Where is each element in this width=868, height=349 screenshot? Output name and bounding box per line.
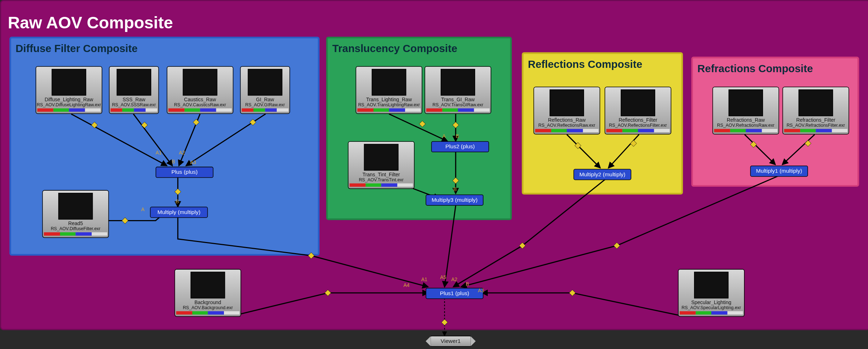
node-file: RS_AOV.TransGIRaw.exr <box>425 102 491 107</box>
node-label: GI_Raw <box>240 97 289 102</box>
channel-strip <box>680 311 743 315</box>
channel-strip <box>37 108 101 112</box>
node-file: RS_AOV.DiffuseLightingRaw.exr <box>36 102 101 107</box>
node-plus2[interactable]: Plus2 (plus) <box>431 141 489 152</box>
node-caustics-raw[interactable]: Caustics_Raw RS_AOV.CausticsRaw.exr <box>167 66 234 114</box>
group-translucency-title: Translucency Composite <box>332 43 458 55</box>
node-label: Read5 <box>43 220 108 226</box>
channel-strip <box>44 232 107 236</box>
node-thumb <box>372 69 406 96</box>
node-label: Refractions_Raw <box>713 117 779 123</box>
group-translucency[interactable]: Translucency Composite <box>326 37 512 220</box>
node-label: SSS_Raw <box>110 97 159 102</box>
node-sss-raw[interactable]: SSS_Raw RS_AOV.SSSRaw.exr <box>109 66 159 114</box>
node-refractions-raw[interactable]: Refractions_Raw RS_AOV.RefractionsRaw.ex… <box>712 87 779 134</box>
node-thumb <box>364 144 399 171</box>
node-thumb <box>550 89 584 116</box>
group-refractions-title: Refractions Composite <box>697 63 813 75</box>
node-file: RS_AOV.DiffuseFilter.exr <box>43 226 108 231</box>
node-label: Diffuse_Lighting_Raw <box>36 97 101 102</box>
node-label: Refractions_Filter <box>783 117 848 123</box>
node-label: Specular_Lighting <box>679 299 744 305</box>
node-multiply1[interactable]: Multiply1 (multiply) <box>750 166 808 177</box>
node-file: RS_AOV.ReflectionsRaw.exr <box>534 123 600 128</box>
channel-strip <box>714 129 777 132</box>
channel-strip <box>349 183 413 187</box>
node-label: Background <box>175 299 240 305</box>
channel-strip <box>168 108 231 112</box>
channel-strip <box>784 129 848 132</box>
node-diffuse-lighting-raw[interactable]: Diffuse_Lighting_Raw RS_AOV.DiffuseLight… <box>36 66 102 114</box>
group-diffuse-title: Diffuse Filter Composite <box>15 43 137 55</box>
node-file: RS_AOV.TransTint.exr <box>348 177 414 182</box>
node-thumb <box>729 89 763 116</box>
node-file: RS_AOV.SpecularLighting.exr <box>679 305 744 310</box>
node-label: Trans_Tint_Filter <box>348 172 414 177</box>
node-file: RS_AOV.Background.exr <box>175 305 240 310</box>
channel-strip <box>606 129 670 132</box>
channel-strip <box>242 108 289 112</box>
node-trans-lighting-raw[interactable]: Trans_Lighting_Raw RS_AOV.TransLightingR… <box>356 66 423 114</box>
node-multiply2[interactable]: Multiply2 (multiply) <box>574 169 632 180</box>
node-multiply3[interactable]: Multiply3 (multiply) <box>426 195 483 206</box>
node-reflections-raw[interactable]: Reflections_Raw RS_AOV.ReflectionsRaw.ex… <box>533 87 600 134</box>
node-label: Caustics_Raw <box>167 97 233 102</box>
node-file: RS_AOV.RefractionsFilter.exr <box>783 123 848 128</box>
node-label: Reflections_Filter <box>605 117 671 123</box>
node-thumb <box>58 193 93 219</box>
node-thumb <box>248 69 283 96</box>
node-thumb <box>799 89 833 116</box>
node-plus1[interactable]: Plus1 (plus) <box>426 288 483 299</box>
node-file: RS_AOV.RefractionsRaw.exr <box>713 123 779 128</box>
node-thumb <box>183 69 217 96</box>
node-specular-lighting[interactable]: Specular_Lighting RS_AOV.SpecularLightin… <box>678 269 745 317</box>
node-background[interactable]: Background RS_AOV.Background.exr <box>174 269 241 317</box>
node-read5[interactable]: Read5 RS_AOV.DiffuseFilter.exr <box>42 190 109 238</box>
node-thumb <box>117 69 151 96</box>
node-viewer1[interactable]: Viewer1 <box>430 336 471 347</box>
channel-strip <box>426 108 490 112</box>
node-thumb <box>441 69 475 96</box>
channel-strip <box>111 108 157 112</box>
node-multiply[interactable]: Multiply (multiply) <box>150 207 208 218</box>
group-reflections-title: Reflections Composite <box>528 59 642 71</box>
node-file: RS_AOV.GIRaw.exr <box>240 102 289 107</box>
channel-strip <box>357 108 421 112</box>
node-plus[interactable]: Plus (plus) <box>156 167 213 178</box>
node-thumb <box>621 89 655 116</box>
node-refractions-filter[interactable]: Refractions_Filter RS_AOV.RefractionsFil… <box>782 87 849 134</box>
node-file: RS_AOV.TransLightingRaw.exr <box>356 102 422 107</box>
node-file: RS_AOV.ReflectionsFilter.exr <box>605 123 671 128</box>
node-file: RS_AOV.CausticsRaw.exr <box>167 102 233 107</box>
node-gi-raw[interactable]: GI_Raw RS_AOV.GIRaw.exr <box>240 66 290 114</box>
node-reflections-filter[interactable]: Reflections_Filter RS_AOV.ReflectionsFil… <box>605 87 671 134</box>
node-thumb <box>52 69 86 96</box>
main-title: Raw AOV Composite <box>8 13 173 32</box>
node-trans-tint-filter[interactable]: Trans_Tint_Filter RS_AOV.TransTint.exr <box>348 141 415 189</box>
channel-strip <box>535 129 598 132</box>
node-trans-gi-raw[interactable]: Trans_GI_Raw RS_AOV.TransGIRaw.exr <box>424 66 491 114</box>
node-label: Trans_Lighting_Raw <box>356 97 422 102</box>
channel-strip <box>176 311 239 315</box>
node-thumb <box>694 272 729 298</box>
node-file: RS_AOV.SSSRaw.exr <box>110 102 159 107</box>
node-label: Reflections_Raw <box>534 117 600 123</box>
node-label: Trans_GI_Raw <box>425 97 491 102</box>
node-thumb <box>190 272 225 298</box>
